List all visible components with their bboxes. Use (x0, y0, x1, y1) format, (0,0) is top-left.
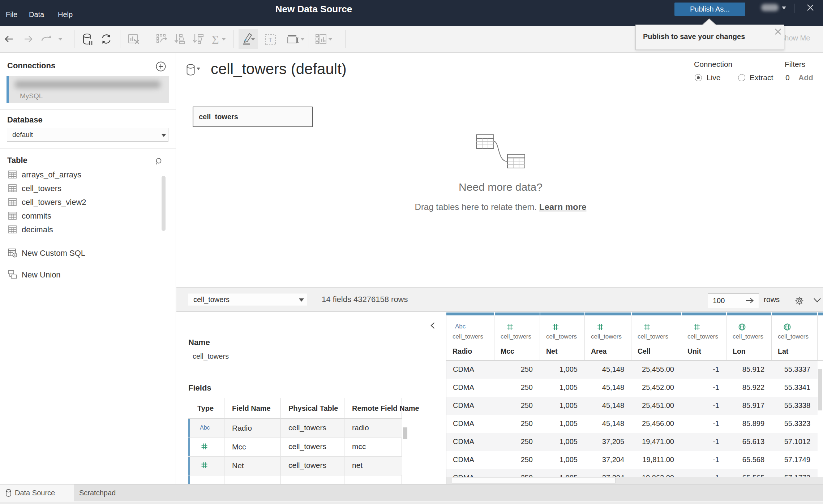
svg-text:T: T (269, 37, 272, 44)
